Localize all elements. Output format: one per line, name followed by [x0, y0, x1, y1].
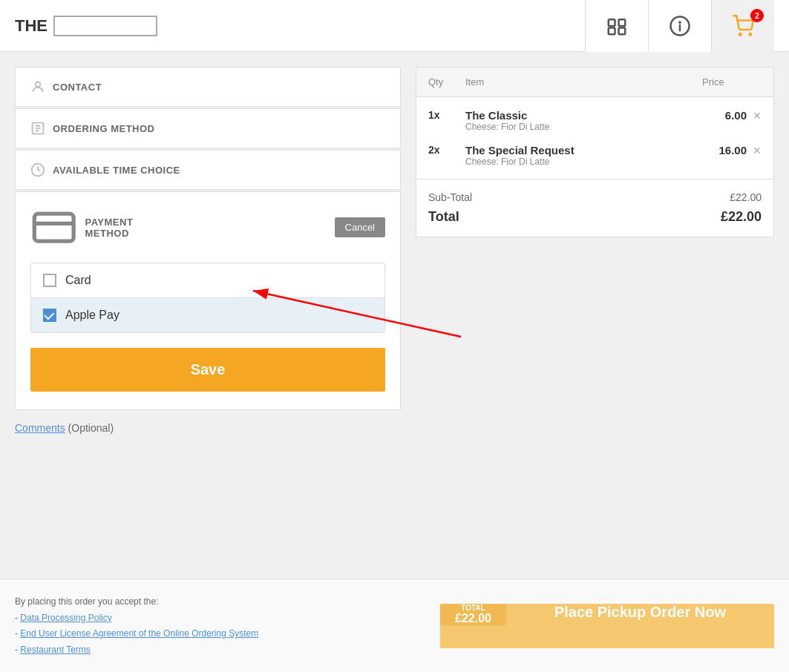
- order-item-2: 2x The Special Request Cheese: Fior Di L…: [428, 144, 762, 167]
- cancel-button[interactable]: Cancel: [335, 217, 385, 237]
- subtotal-label: Sub-Total: [428, 191, 472, 203]
- svg-rect-2: [609, 27, 615, 34]
- item-1-price-row: 6.00 ✕: [702, 109, 762, 122]
- item-1-name: The Classic: [465, 109, 702, 122]
- item-1-desc: Cheese: Fior Di Latte: [465, 122, 702, 132]
- header-icons: 2: [585, 0, 774, 52]
- order-totals: Sub-Total £22.00 Total £22.00: [416, 179, 773, 237]
- footer: By placing this order you accept the: - …: [0, 579, 789, 672]
- logo: THE: [15, 16, 585, 36]
- order-item-1: 1x The Classic Cheese: Fior Di Latte 6.0…: [428, 109, 762, 132]
- svg-rect-0: [609, 19, 615, 26]
- save-button[interactable]: Save: [30, 348, 385, 392]
- total-row: Total £22.00: [428, 209, 762, 225]
- place-order-total-label: TOTAL: [461, 604, 485, 612]
- left-panel: CONTACT ORDERING METHOD AVAILABLE TIME C…: [15, 67, 401, 564]
- qty-header: Qty: [428, 76, 465, 88]
- main-content: CONTACT ORDERING METHOD AVAILABLE TIME C…: [0, 52, 789, 579]
- order-items: 1x The Classic Cheese: Fior Di Latte 6.0…: [416, 97, 773, 179]
- item-2-qty: 2x: [428, 144, 465, 156]
- svg-point-9: [36, 82, 41, 87]
- payment-header: PAYMENT METHOD Cancel: [30, 204, 385, 251]
- payment-header-left: PAYMENT METHOD: [30, 204, 133, 251]
- svg-point-8: [750, 33, 752, 36]
- menu-icon: [606, 15, 628, 37]
- svg-rect-1: [619, 19, 626, 26]
- item-2-desc: Cheese: Fior Di Latte: [465, 157, 702, 167]
- terms-link-1[interactable]: Data Processing Policy: [20, 613, 111, 623]
- apple-pay-checkbox[interactable]: [43, 309, 56, 322]
- item-1-remove[interactable]: ✕: [753, 110, 762, 122]
- menu-icon-btn[interactable]: [585, 0, 648, 52]
- subtotal-row: Sub-Total £22.00: [428, 191, 762, 203]
- svg-point-7: [739, 33, 741, 36]
- ordering-method-header: ORDERING METHOD: [16, 109, 400, 148]
- payment-options: Card Apple Pay: [30, 263, 385, 333]
- right-panel: Qty Item Price 1x The Classic Cheese: Fi…: [416, 67, 774, 564]
- contact-label: CONTACT: [53, 82, 102, 93]
- place-order-total: TOTAL £22.00: [440, 604, 506, 625]
- available-time-label: AVAILABLE TIME CHOICE: [53, 165, 180, 176]
- time-choice-section: AVAILABLE TIME CHOICE: [15, 150, 401, 190]
- item-1-price: 6.00: [725, 109, 747, 122]
- item-2-price: 16.00: [718, 144, 747, 157]
- info-icon-btn[interactable]: [648, 0, 711, 52]
- time-choice-header: AVAILABLE TIME CHOICE: [16, 151, 400, 189]
- svg-rect-3: [619, 27, 626, 34]
- price-header: Price: [702, 76, 762, 88]
- header: THE 2: [0, 0, 789, 52]
- payment-options-container: Card Apple Pay: [30, 263, 385, 333]
- logo-text: THE: [15, 16, 48, 36]
- info-icon: [669, 15, 691, 37]
- total-label: Total: [428, 209, 459, 225]
- item-2-remove[interactable]: ✕: [753, 145, 762, 157]
- ordering-method-label: ORDERING METHOD: [53, 123, 155, 134]
- place-order-label: Place Pickup Order Now: [506, 604, 774, 621]
- cart-icon-btn[interactable]: 2: [711, 0, 774, 52]
- clock-icon: [30, 162, 45, 177]
- item-2-info: The Special Request Cheese: Fior Di Latt…: [465, 144, 702, 167]
- place-order-button[interactable]: TOTAL £22.00 Place Pickup Order Now: [440, 604, 774, 648]
- place-order-total-amount: £22.00: [455, 612, 491, 625]
- ordering-method-icon: [30, 121, 45, 136]
- ordering-method-section: ORDERING METHOD: [15, 108, 401, 148]
- item-header: Item: [465, 76, 702, 88]
- item-2-name: The Special Request: [465, 144, 702, 157]
- subtotal-value: £22.00: [730, 191, 762, 203]
- payment-method-label: PAYMENT METHOD: [85, 217, 133, 239]
- payment-option-card[interactable]: Card: [31, 263, 384, 298]
- contact-section: CONTACT: [15, 67, 401, 107]
- terms-intro: By placing this order you accept the:: [15, 596, 158, 607]
- order-table-header: Qty Item Price: [416, 67, 773, 97]
- payment-icon: [30, 204, 77, 251]
- order-summary: Qty Item Price 1x The Classic Cheese: Fi…: [416, 67, 774, 237]
- terms-link-2[interactable]: End User License Agreement of the Online…: [20, 628, 258, 639]
- item-2-price-row: 16.00 ✕: [702, 144, 762, 157]
- payment-option-apple-pay[interactable]: Apple Pay: [31, 298, 384, 332]
- comments-link[interactable]: Comments: [15, 422, 65, 434]
- contact-header: CONTACT: [16, 67, 400, 106]
- comments-optional: (Optional): [68, 422, 114, 434]
- item-1-qty: 1x: [428, 109, 465, 121]
- logo-bar: [53, 16, 157, 36]
- payment-section: PAYMENT METHOD Cancel Card Apple Pay: [15, 191, 401, 410]
- svg-rect-12: [34, 214, 73, 241]
- total-value: £22.00: [721, 209, 762, 225]
- card-checkbox[interactable]: [43, 274, 56, 287]
- terms-link-3[interactable]: Restaurant Terms: [20, 645, 90, 655]
- apple-pay-label: Apple Pay: [65, 309, 120, 322]
- cart-badge: 2: [750, 9, 764, 22]
- comments-section: Comments (Optional): [15, 410, 401, 446]
- footer-terms: By placing this order you accept the: - …: [15, 594, 425, 658]
- card-label: Card: [65, 274, 91, 287]
- item-1-info: The Classic Cheese: Fior Di Latte: [465, 109, 702, 132]
- contact-icon: [30, 79, 45, 94]
